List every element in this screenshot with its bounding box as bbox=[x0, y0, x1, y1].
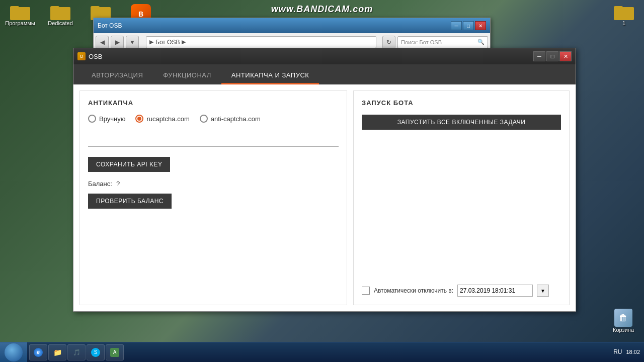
search-bar[interactable]: Поиск: Бот OSB 🔍 bbox=[397, 36, 488, 48]
explorer-close-button[interactable]: ✕ bbox=[475, 21, 486, 30]
tab-authorization[interactable]: АВТОРИЗАЦИЯ bbox=[82, 67, 153, 84]
explorer-window: Бот OSB ─ □ ✕ ◀ ▶ ▼ ▶ Бот OSB ▶ ↻ Поиск:… bbox=[93, 18, 491, 52]
balance-label: Баланс: bbox=[88, 180, 112, 188]
auto-disable-row: Автоматически отключить в: ▼ bbox=[362, 285, 561, 297]
launch-title: ЗАПУСК БОТА bbox=[362, 99, 561, 107]
osb-title-text: OSB bbox=[89, 53, 102, 60]
osb-maximize-button[interactable]: □ bbox=[546, 51, 558, 61]
taskbar-item-ie[interactable]: e bbox=[29, 344, 47, 360]
balance-value: ? bbox=[116, 180, 120, 188]
explorer-window-controls: ─ □ ✕ bbox=[451, 21, 486, 30]
taskbar-right: RU 18:02 bbox=[609, 348, 644, 355]
tab-anticaptcha[interactable]: АНТИКАПЧА И ЗАПУСК bbox=[221, 67, 319, 84]
anticaptcha-panel: АНТИКАПЧА Вручную rucaptcha.com bbox=[79, 90, 347, 305]
taskbar-item-skype[interactable]: S bbox=[87, 344, 105, 360]
desktop: www.BANDICAM.com Программы Dedicated Игр… bbox=[0, 0, 644, 362]
explorer-down-button[interactable]: ▼ bbox=[126, 36, 139, 49]
tab-authorization-label: АВТОРИЗАЦИЯ bbox=[92, 71, 143, 79]
explorer-maximize-button[interactable]: □ bbox=[463, 21, 474, 30]
desktop-icon-dedicated[interactable]: Dedicated bbox=[40, 0, 80, 34]
recycle-bin-container[interactable]: 🗑 Корзина bbox=[608, 305, 639, 337]
radio-circle-rucaptcha bbox=[135, 115, 143, 123]
osb-app-icon: O bbox=[77, 52, 86, 60]
desktop-icon-label-programmy: Программы bbox=[5, 20, 35, 26]
address-bar-text: Бот OSB bbox=[155, 39, 180, 46]
bandicam-watermark: www.BANDICAM.com bbox=[271, 4, 373, 15]
tab-functional[interactable]: ФУНКЦИОНАЛ bbox=[153, 67, 221, 84]
tab-anticaptcha-label: АНТИКАПЧА И ЗАПУСК bbox=[231, 71, 309, 79]
balance-row: Баланс: ? bbox=[88, 180, 339, 188]
explorer-back-button[interactable]: ◀ bbox=[96, 36, 109, 49]
taskbar-language: RU bbox=[613, 348, 622, 355]
check-balance-button[interactable]: ПРОВЕРИТЬ БАЛАНС bbox=[88, 194, 172, 209]
tab-functional-label: ФУНКЦИОНАЛ bbox=[163, 71, 211, 79]
radio-label-manual: Вручную bbox=[99, 115, 125, 123]
explorer-minimize-button[interactable]: ─ bbox=[451, 21, 462, 30]
taskbar-item-app2[interactable]: A bbox=[106, 344, 124, 360]
check-balance-label: ПРОВЕРИТЬ БАЛАНС bbox=[96, 198, 164, 205]
api-key-input[interactable] bbox=[88, 133, 339, 147]
breadcrumb-arrow2: ▶ bbox=[182, 39, 186, 45]
desktop-icon-label-1: 1 bbox=[622, 20, 625, 26]
folder-icon-1 bbox=[614, 4, 634, 20]
radio-label-anticaptcha: anti-captcha.com bbox=[211, 115, 261, 123]
app2-icon: A bbox=[110, 348, 119, 357]
explorer-icon: 📁 bbox=[53, 348, 62, 357]
osb-minimize-button[interactable]: ─ bbox=[533, 51, 545, 61]
osb-close-button[interactable]: ✕ bbox=[559, 51, 572, 61]
launch-content-area bbox=[362, 138, 561, 285]
taskbar-item-media[interactable]: 🎵 bbox=[67, 344, 86, 360]
search-placeholder: Поиск: Бот OSB bbox=[401, 39, 442, 45]
start-all-tasks-button[interactable]: ЗАПУСТИТЬ ВСЕ ВКЛЮЧЕННЫЕ ЗАДАЧИ bbox=[362, 115, 561, 130]
radio-circle-anticaptcha bbox=[200, 115, 208, 123]
auto-disable-label: Автоматически отключить в: bbox=[374, 287, 453, 294]
osb-content: АНТИКАПЧА Вручную rucaptcha.com bbox=[73, 84, 576, 311]
skype-icon: S bbox=[91, 348, 100, 357]
auto-disable-checkbox[interactable] bbox=[362, 287, 370, 295]
osb-window: O OSB ─ □ ✕ АВТОРИЗАЦИЯ ФУНКЦИОНАЛ АНТИК… bbox=[73, 48, 576, 312]
taskbar: e 📁 🎵 S A RU 18:02 bbox=[0, 342, 644, 362]
auto-disable-datetime-input[interactable] bbox=[457, 285, 533, 297]
address-bar[interactable]: ▶ Бот OSB ▶ bbox=[146, 36, 376, 48]
radio-label-rucaptcha: rucaptcha.com bbox=[146, 115, 189, 123]
save-api-key-label: СОХРАНИТЬ API KEY bbox=[96, 161, 162, 168]
recycle-bin-label: Корзина bbox=[613, 327, 634, 333]
radio-anticaptcha[interactable]: anti-captcha.com bbox=[200, 115, 261, 123]
datetime-picker-button[interactable]: ▼ bbox=[537, 285, 549, 297]
radio-dot-rucaptcha bbox=[137, 117, 141, 121]
breadcrumb-arrow: ▶ bbox=[149, 39, 153, 45]
recycle-bin-icon[interactable]: 🗑 Корзина bbox=[608, 305, 639, 337]
anticaptcha-title: АНТИКАПЧА bbox=[88, 99, 339, 107]
taskbar-item-explorer[interactable]: 📁 bbox=[48, 344, 66, 360]
media-icon: 🎵 bbox=[72, 348, 81, 357]
folder-icon-dedicated bbox=[50, 4, 70, 20]
radio-manual[interactable]: Вручную bbox=[88, 115, 125, 123]
explorer-title: Бот OSB bbox=[98, 22, 122, 29]
start-orb bbox=[5, 343, 23, 361]
recycle-bin-image: 🗑 bbox=[614, 309, 632, 327]
watermark-text: www.BANDICAM.com bbox=[271, 4, 373, 14]
explorer-titlebar: Бот OSB ─ □ ✕ bbox=[94, 18, 490, 33]
start-button[interactable] bbox=[0, 342, 27, 363]
explorer-forward-button[interactable]: ▶ bbox=[111, 36, 124, 49]
anticaptcha-radio-group: Вручную rucaptcha.com anti-captcha.com bbox=[88, 115, 339, 123]
osb-window-controls: ─ □ ✕ bbox=[533, 51, 572, 61]
desktop-icon-label-dedicated: Dedicated bbox=[48, 20, 73, 26]
save-api-key-button[interactable]: СОХРАНИТЬ API KEY bbox=[88, 157, 170, 172]
osb-tabs: АВТОРИЗАЦИЯ ФУНКЦИОНАЛ АНТИКАПЧА И ЗАПУС… bbox=[73, 64, 576, 84]
folder-icon-programmy bbox=[10, 4, 30, 20]
desktop-icon-programmy[interactable]: Программы bbox=[0, 0, 40, 34]
radio-rucaptcha[interactable]: rucaptcha.com bbox=[135, 115, 189, 123]
explorer-refresh-button[interactable]: ↻ bbox=[382, 36, 395, 49]
taskbar-time-display: 18:02 bbox=[626, 348, 640, 355]
search-icon: 🔍 bbox=[477, 39, 485, 45]
taskbar-items: e 📁 🎵 S A bbox=[27, 342, 609, 362]
start-all-tasks-label: ЗАПУСТИТЬ ВСЕ ВКЛЮЧЕННЫЕ ЗАДАЧИ bbox=[397, 119, 526, 126]
taskbar-time: 18:02 bbox=[626, 348, 640, 355]
desktop-icon-1[interactable]: 1 bbox=[604, 0, 644, 30]
ie-icon: e bbox=[34, 348, 43, 357]
launch-panel: ЗАПУСК БОТА ЗАПУСТИТЬ ВСЕ ВКЛЮЧЕННЫЕ ЗАД… bbox=[353, 90, 570, 305]
osb-title-area: O OSB bbox=[77, 52, 102, 60]
osb-titlebar: O OSB ─ □ ✕ bbox=[73, 48, 576, 64]
radio-circle-manual bbox=[88, 115, 96, 123]
